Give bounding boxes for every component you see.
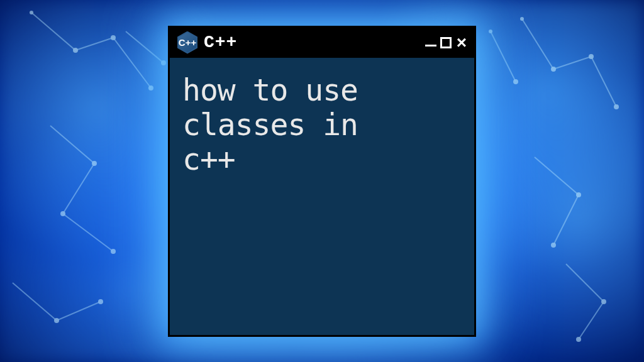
svg-point-3 [92,161,97,166]
svg-point-5 [111,249,116,254]
close-button[interactable]: × [457,34,467,52]
close-icon: × [457,34,467,52]
maximize-button[interactable] [440,37,452,48]
svg-point-17 [30,11,33,14]
terminal-window: C++ C++ × how to use classes in c++ [168,26,476,337]
terminal-content[interactable]: how to use classes in c++ [170,58,474,335]
svg-point-16 [161,60,166,65]
svg-point-10 [614,104,619,109]
svg-point-13 [601,299,606,304]
svg-point-0 [73,48,78,53]
window-title: C++ [204,33,419,52]
svg-point-1 [111,35,116,40]
svg-point-14 [576,337,581,342]
svg-point-18 [520,17,524,21]
svg-point-19 [489,30,492,33]
svg-point-7 [98,299,103,304]
window-controls: × [425,34,467,52]
cpp-app-icon: C++ [177,31,197,54]
svg-point-4 [60,211,65,216]
svg-point-11 [576,192,581,197]
svg-point-2 [148,85,153,90]
svg-point-9 [589,54,594,59]
icon-label: C++ [179,37,196,48]
svg-point-15 [513,79,518,84]
svg-point-12 [551,243,556,248]
maximize-icon [440,37,452,48]
svg-point-8 [551,67,556,72]
minimize-button[interactable] [425,38,436,47]
svg-point-6 [54,318,59,323]
minimize-icon [425,45,436,47]
titlebar[interactable]: C++ C++ × [170,28,474,58]
